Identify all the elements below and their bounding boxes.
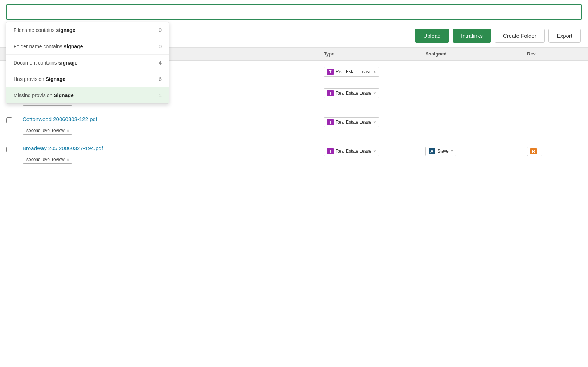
create-folder-button[interactable]: Create Folder [495, 29, 545, 43]
upload-button[interactable]: Upload [415, 29, 449, 43]
col-review: Rev [523, 51, 588, 57]
type-tag-close-1[interactable]: × [373, 91, 376, 95]
assigned-tag-letter-3: A [429, 148, 435, 154]
type-tag-0: TReal Estate Lease × [324, 67, 379, 77]
row-name-cell-2: Cottonwood 20060303-122.pdfsecond level … [18, 116, 319, 135]
dropdown-item-text-2: Document contains signage [13, 60, 78, 66]
dropdown-item-1[interactable]: Folder name contains signage0 [6, 38, 169, 55]
dropdown-item-3[interactable]: Has provision Signage6 [6, 71, 169, 87]
review-tag-letter-3: R [530, 148, 537, 154]
type-tag-close-3[interactable]: × [373, 149, 376, 153]
type-tag-2: TReal Estate Lease × [324, 117, 379, 127]
tag-close[interactable]: × [67, 157, 69, 162]
type-tag-3: TReal Estate Lease × [324, 147, 379, 156]
dropdown-item-text-3: Has provision Signage [13, 76, 65, 82]
dropdown-item-count-1: 0 [159, 44, 162, 49]
search-dropdown: Filename contains signage0Folder name co… [6, 22, 169, 104]
main-container: signage Filename contains signage0Folder… [0, 0, 588, 367]
search-input[interactable]: signage [6, 4, 582, 20]
type-tag-1: TReal Estate Lease × [324, 88, 379, 98]
row-type-cell-3: TReal Estate Lease × [319, 145, 421, 156]
table-row: Cottonwood 20060303-122.pdfsecond level … [0, 111, 588, 140]
table-row: Broadway 205 20060327-194.pdfsecond leve… [0, 140, 588, 169]
row-review-cell-3: R [523, 145, 588, 156]
dropdown-item-count-0: 0 [159, 27, 162, 33]
dropdown-item-text-1: Folder name contains signage [13, 44, 83, 49]
row-assigned-cell-3: ASteve × [421, 145, 523, 156]
checkbox-2[interactable] [6, 117, 12, 123]
col-type: Type [319, 51, 421, 57]
type-tag-letter-2: T [327, 119, 334, 125]
type-tag-close-0[interactable]: × [373, 70, 376, 74]
doc-link-2[interactable]: Cottonwood 20060303-122.pdf [23, 116, 315, 122]
intralinks-button[interactable]: Intralinks [453, 29, 491, 43]
search-bar-container: signage Filename contains signage0Folder… [0, 0, 588, 24]
dropdown-item-text-4: Missing provision Signage [13, 92, 74, 98]
assigned-tag-3: ASteve × [425, 147, 456, 156]
dropdown-item-text-0: Filename contains signage [13, 27, 75, 33]
dropdown-item-0[interactable]: Filename contains signage0 [6, 22, 169, 38]
tag-close[interactable]: × [67, 128, 69, 133]
row-type-cell-1: TReal Estate Lease × [319, 87, 421, 98]
dropdown-item-2[interactable]: Document contains signage4 [6, 55, 169, 71]
col-assigned: Assigned [421, 51, 523, 57]
review-tag-3: R [527, 147, 542, 156]
tag-label: second level review × [23, 156, 72, 164]
doc-link-3[interactable]: Broadway 205 20060327-194.pdf [23, 145, 315, 151]
row-type-cell-2: TReal Estate Lease × [319, 116, 421, 127]
dropdown-item-count-3: 6 [159, 76, 162, 82]
row-name-cell-3: Broadway 205 20060327-194.pdfsecond leve… [18, 145, 319, 164]
tag-label: second level review × [23, 127, 72, 135]
type-tag-letter-0: T [327, 69, 334, 75]
type-tag-close-2[interactable]: × [373, 120, 376, 124]
dropdown-item-count-4: 1 [159, 92, 162, 98]
row-type-cell-0: TReal Estate Lease × [319, 66, 421, 77]
dropdown-item-4[interactable]: Missing provision Signage1 [6, 87, 169, 103]
assigned-tag-close-3[interactable]: × [451, 149, 453, 153]
row-checkbox-3 [0, 145, 18, 152]
checkbox-3[interactable] [6, 147, 12, 152]
export-button[interactable]: Export [548, 29, 581, 43]
row-checkbox-2 [0, 116, 18, 123]
dropdown-item-count-2: 4 [159, 60, 162, 66]
type-tag-letter-3: T [327, 148, 334, 154]
type-tag-letter-1: T [327, 90, 334, 96]
